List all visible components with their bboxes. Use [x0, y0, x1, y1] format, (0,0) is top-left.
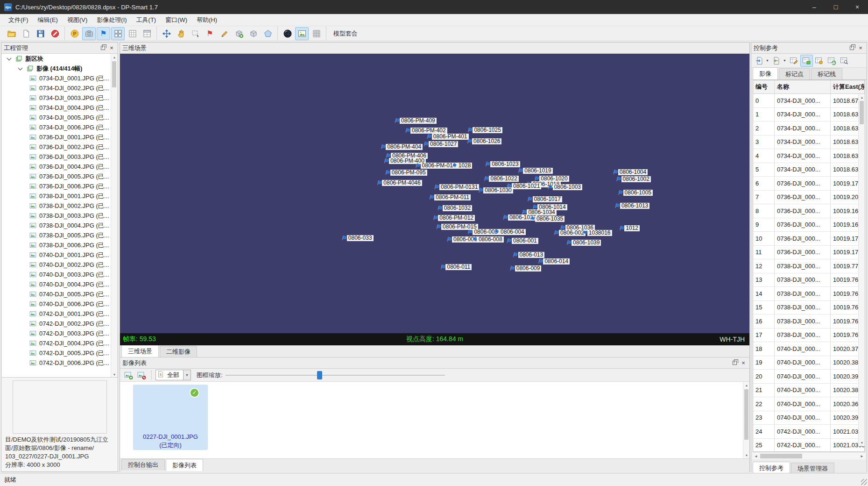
scene-marker[interactable]: ⚑0806-1017 [527, 196, 562, 202]
table-row[interactable]: 180740-DJI_000...10020.374027 [753, 342, 865, 356]
tree-item-0734-dji_0001[interactable]: 0734-DJI_0001.JPG (已... [2, 73, 111, 83]
table-row[interactable]: 190740-DJI_000...10020.381900 [753, 356, 865, 370]
mesh-grid-button[interactable] [310, 27, 323, 40]
tree-item-0738-dji_0004[interactable]: 0738-DJI_0004.JPG (已... [2, 221, 111, 230]
add-box-button[interactable] [232, 27, 246, 40]
scene-marker[interactable]: ⚑0806-1023 [485, 161, 520, 167]
table-row[interactable]: 160738-DJI_000...10019.768328 [753, 314, 865, 329]
scene-marker[interactable]: ⚑0806-1039 [565, 240, 601, 246]
tree-item-0736-dji_0005[interactable]: 0736-DJI_0005.JPG (已... [2, 172, 111, 181]
scene-marker[interactable]: ⚑0806-033 [341, 235, 373, 241]
flag-markers-button[interactable]: ⚑ [97, 27, 110, 40]
scroll-down-icon[interactable]: ▼ [743, 452, 750, 458]
table-row[interactable]: 40734-DJI_000...10018.636969 [753, 149, 865, 163]
expander-icon[interactable] [7, 56, 12, 60]
table-row[interactable]: 210740-DJI_000...10020.382601 [753, 384, 865, 398]
table-row[interactable]: 90736-DJI_000...10019.168515 [753, 218, 865, 232]
menu-file[interactable]: 文件(F) [4, 14, 33, 26]
table-row[interactable]: 50734-DJI_000...10018.631392 [753, 163, 865, 177]
float-panel-icon[interactable] [731, 359, 738, 366]
box-button[interactable] [247, 27, 260, 40]
table-window-button[interactable] [140, 27, 154, 40]
tree-item-0734-dji_0004[interactable]: 0734-DJI_0004.JPG (已... [2, 103, 111, 113]
scene-marker[interactable]: ⚑0806-001 [506, 238, 538, 244]
tree-scrollbar[interactable]: ▲ ▼ [111, 54, 117, 378]
menu-help[interactable]: 帮助(H) [192, 14, 222, 26]
filter-dropdown[interactable]: $ 全部 ▼ [155, 370, 191, 380]
slider-track[interactable] [226, 375, 445, 376]
scene-marker[interactable]: ⚑0806-1019 [517, 168, 553, 174]
column-header[interactable]: 名称 [775, 80, 831, 93]
scene-marker[interactable]: ⚑1028 [451, 163, 472, 169]
polygon-tool-button[interactable] [261, 27, 275, 40]
scene-marker[interactable]: ⚑0806-1027 [423, 141, 458, 147]
image-view-button[interactable] [295, 27, 309, 40]
thumbs-scrollbar[interactable]: ▲ ▼ [743, 382, 749, 458]
tree-item-0742-dji_0006[interactable]: 0742-DJI_0006.JPG (已... [2, 358, 111, 368]
float-panel-icon[interactable] [848, 44, 855, 51]
tree-item-0740-dji_0003[interactable]: 0740-DJI_0003.JPG (已... [2, 270, 111, 279]
sphere-view-button[interactable] [281, 27, 294, 40]
scene-marker[interactable]: ⚑1038016 [581, 230, 612, 236]
zoom-table-button[interactable] [838, 55, 851, 67]
close-panel-icon[interactable]: × [108, 44, 115, 51]
scene-marker[interactable]: ⚑0806-009 [509, 265, 541, 272]
scene-marker[interactable]: ⚑0806-PM-0131 [433, 184, 479, 190]
draw-tool-button[interactable] [218, 27, 231, 40]
table-row[interactable]: 240742-DJI_000...10021.035563 [753, 425, 865, 439]
scene-marker[interactable]: ⚑0806-PM-409 [394, 118, 436, 124]
table-settings-button[interactable] [813, 55, 826, 67]
scroll-up-icon[interactable]: ▲ [859, 94, 865, 100]
tab-2d-image[interactable]: 二维影像 [160, 346, 197, 357]
scene-marker[interactable]: ⚑0806-PM-095 [384, 170, 427, 176]
scroll-right-icon[interactable]: ► [859, 453, 865, 459]
scene-marker[interactable]: ⚑0806-1032 [437, 205, 472, 211]
export-reference-button[interactable] [770, 55, 783, 67]
refresh-table-button[interactable] [826, 55, 838, 67]
new-project-button[interactable] [19, 27, 33, 40]
scene-marker[interactable]: ⚑0806-002 [553, 230, 585, 236]
tab-console-output[interactable]: 控制台输出 [121, 459, 165, 470]
chevron-down-icon[interactable]: ▼ [766, 59, 769, 62]
scene-marker[interactable]: ⚑0806-1005 [617, 190, 653, 196]
tab-control-reference[interactable]: 控制参考 [753, 462, 790, 474]
scene-marker[interactable]: ⚑1012 [619, 225, 640, 231]
table-row[interactable]: 70736-DJI_000...10019.203665 [753, 191, 865, 205]
menu-edit[interactable]: 编辑(E) [33, 14, 63, 26]
tree-item-0736-dji_0003[interactable]: 0736-DJI_0003.JPG (已... [2, 152, 111, 162]
table-row[interactable]: 250742-DJI_000...10021.039500 [753, 439, 865, 452]
scroll-left-icon[interactable]: ◄ [753, 453, 759, 459]
remove-image-button[interactable] [135, 369, 148, 381]
stop-button[interactable] [48, 27, 62, 40]
scene-marker[interactable]: ⚑0806-013 [512, 252, 544, 258]
column-header[interactable]: 计算East(东 [831, 80, 865, 93]
menu-image-processing[interactable]: 影像处理(I) [92, 14, 131, 26]
tree-item-0738-dji_0005[interactable]: 0738-DJI_0005.JPG (已... [2, 230, 111, 240]
tab-images[interactable]: 影像 [753, 67, 778, 79]
tree-item-0738-dji_0006[interactable]: 0738-DJI_0006.JPG (已... [2, 240, 111, 250]
table-row[interactable]: 20734-DJI_000...10018.633491 [753, 122, 865, 136]
scene-marker[interactable]: ⚑0806-PM-402 [404, 128, 447, 134]
scene-marker[interactable]: ⚑0806-1003 [547, 184, 582, 190]
edit-table-button[interactable] [788, 55, 800, 67]
scene-marker[interactable]: ⚑0806-1026 [466, 138, 501, 144]
tab-3d-scene[interactable]: 三维场景 [121, 345, 159, 357]
open-project-button[interactable] [5, 27, 18, 40]
tree-item-0742-dji_0003[interactable]: 0742-DJI_0003.JPG (已... [2, 329, 111, 338]
table-row[interactable]: 110736-DJI_000...10019.170186 [753, 246, 865, 260]
tree-item-0740-dji_0006[interactable]: 0740-DJI_0006.JPG (已... [2, 299, 111, 309]
scene-marker[interactable]: ⚑0806-011 [440, 264, 472, 270]
scene-marker[interactable]: ⚑0806-1004 [612, 169, 648, 175]
table-row[interactable]: 60736-DJI_000...10019.175037 [753, 177, 865, 191]
scene-marker[interactable]: ⚑0806-1035 [529, 216, 565, 222]
save-button[interactable] [34, 27, 47, 40]
table-row[interactable]: 10734-DJI_000...10018.637693 [753, 108, 865, 122]
slider-handle[interactable] [317, 371, 322, 379]
tree-item-0738-dji_0001[interactable]: 0738-DJI_0001.JPG (已... [2, 191, 111, 201]
scroll-down-icon[interactable]: ▼ [111, 371, 118, 378]
table-row[interactable]: 80736-DJI_000...10019.164023 [753, 204, 865, 218]
thumbnail-zoom-slider[interactable] [226, 371, 445, 380]
scene-marker[interactable]: ⚑0806-004 [493, 229, 525, 235]
tree-item-0736-dji_0001[interactable]: 0736-DJI_0001.JPG (已... [2, 132, 111, 142]
tree-item-0736-dji_0004[interactable]: 0736-DJI_0004.JPG (已... [2, 162, 111, 172]
